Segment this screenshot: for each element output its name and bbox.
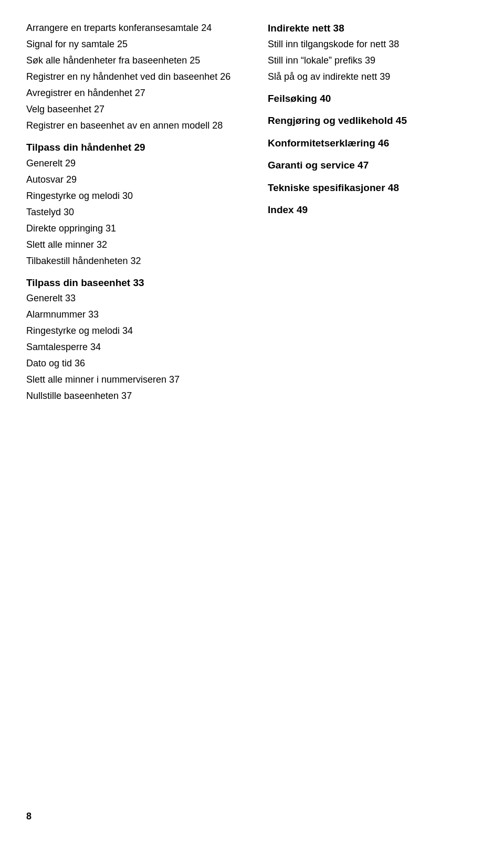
item-3: Søk alle håndenheter fra baseenheten 25 bbox=[26, 54, 236, 68]
item-20: Samtalesperre 34 bbox=[26, 340, 236, 354]
item-16: Tilpass din baseenhet 33 bbox=[26, 276, 236, 291]
left-column: Arrangere en treparts konferansesamtale … bbox=[26, 21, 257, 405]
r-item-6: Rengjøring og vedlikehold 45 bbox=[268, 113, 478, 129]
item-11: Ringestyrke og melodi 30 bbox=[26, 189, 236, 203]
item-18: Alarmnummer 33 bbox=[26, 308, 236, 322]
item-21: Dato og tid 36 bbox=[26, 356, 236, 371]
r-item-5: Feilsøking 40 bbox=[268, 91, 478, 107]
item-5: Avregistrer en håndenhet 27 bbox=[26, 86, 236, 100]
item-4: Registrer en ny håndenhet ved din baseen… bbox=[26, 70, 236, 84]
r-item-9: Tekniske spesifikasjoner 48 bbox=[268, 181, 478, 196]
item-23: Nullstille baseenheten 37 bbox=[26, 389, 236, 403]
item-9: Generelt 29 bbox=[26, 156, 236, 171]
r-item-10: Index 49 bbox=[268, 203, 478, 218]
r-item-4: Slå på og av indirekte nett 39 bbox=[268, 70, 478, 84]
right-column: Indirekte nett 38Still inn tilgangskode … bbox=[257, 21, 478, 405]
item-6: Velg baseenhet 27 bbox=[26, 102, 236, 117]
item-8: Tilpass din håndenhet 29 bbox=[26, 140, 236, 155]
item-17: Generelt 33 bbox=[26, 291, 236, 305]
r-item-7: Konformitetserklæring 46 bbox=[268, 136, 478, 151]
item-22: Slett alle minner i nummerviseren 37 bbox=[26, 373, 236, 387]
r-item-3: Still inn “lokale” prefiks 39 bbox=[268, 54, 478, 68]
item-2: Signal for ny samtale 25 bbox=[26, 37, 236, 51]
page-number: 8 bbox=[26, 811, 32, 822]
item-15: Tilbakestill håndenheten 32 bbox=[26, 254, 236, 268]
item-19: Ringestyrke og melodi 34 bbox=[26, 324, 236, 338]
r-item-8: Garanti og service 47 bbox=[268, 158, 478, 173]
item-10: Autosvar 29 bbox=[26, 173, 236, 187]
item-1: Arrangere en treparts konferansesamtale … bbox=[26, 21, 236, 35]
item-12: Tastelyd 30 bbox=[26, 205, 236, 219]
page-container: Arrangere en treparts konferansesamtale … bbox=[0, 0, 504, 437]
r-item-2: Still inn tilgangskode for nett 38 bbox=[268, 37, 478, 51]
item-14: Slett alle minner 32 bbox=[26, 238, 236, 252]
item-7: Registrer en baseenhet av en annen model… bbox=[26, 119, 236, 133]
r-item-1: Indirekte nett 38 bbox=[268, 21, 478, 36]
item-13: Direkte oppringing 31 bbox=[26, 222, 236, 236]
